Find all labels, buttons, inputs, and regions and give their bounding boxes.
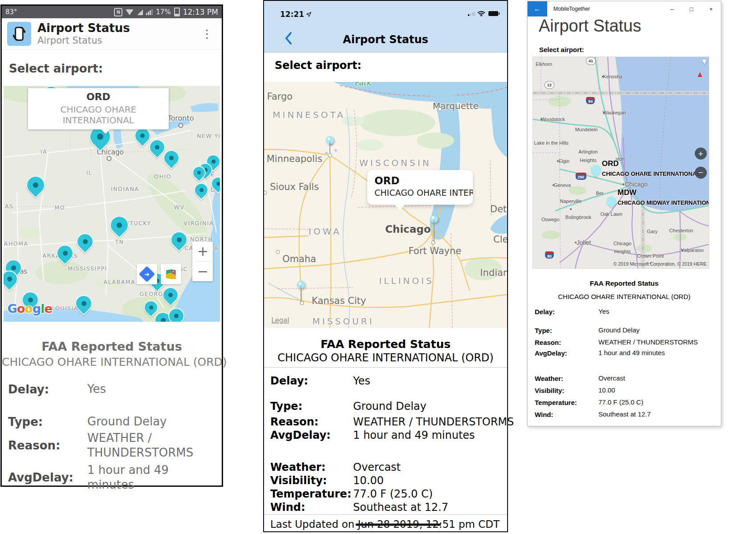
- airport-pin[interactable]: [171, 231, 187, 248]
- status-row-value: Ground Delay: [353, 400, 427, 413]
- airport-pin[interactable]: [163, 287, 179, 303]
- pin-stick: [434, 220, 435, 242]
- map-label: Waukegan: [603, 110, 626, 115]
- zoom-in-button[interactable]: +: [192, 242, 213, 261]
- map-label: Chicago: [625, 181, 647, 188]
- airport-pin[interactable]: [57, 245, 73, 262]
- divider: [264, 514, 507, 515]
- bing-map[interactable]: ElkhornKenoshaWaukeganWoodstockMundelein…: [532, 57, 709, 269]
- wifi-icon: [126, 9, 134, 15]
- map-label: Valparaiso: [681, 247, 703, 253]
- status-row: Delay: Yes: [8, 382, 218, 396]
- legal-link[interactable]: Legal: [271, 316, 289, 324]
- compass-icon[interactable]: [698, 65, 702, 73]
- map-label: MO: [55, 204, 65, 210]
- airport-pin[interactable]: [26, 176, 45, 194]
- map-label: IL: [86, 170, 93, 176]
- map-label: Chesterton: [669, 228, 693, 233]
- map-label: Arlington: [578, 149, 597, 154]
- airport-pin[interactable]: [192, 166, 206, 179]
- status-row-value: 77.0 F (25.0 C): [598, 398, 643, 407]
- status-row-value: Yes: [598, 307, 609, 316]
- google-map[interactable]: TorontoNEW YORIAMIChicagoILOHIOPEINDIANA…: [4, 86, 220, 322]
- map-label: MISSOURI: [313, 316, 374, 327]
- faa-status-title: FAA Reported Status: [2, 340, 222, 353]
- airport-pin[interactable]: [149, 139, 165, 155]
- status-row-label: Visibility:: [270, 474, 353, 487]
- map-label: Oswego: [541, 217, 559, 222]
- airport-pin[interactable]: [110, 216, 129, 235]
- airport-tooltip[interactable]: ORD CHICAGO OHARE INTERNATIONAL: [28, 88, 169, 129]
- airport-pin[interactable]: [297, 281, 305, 289]
- status-row-value: 77.0 F (25.0 C): [353, 487, 433, 501]
- status-row-label: Temperature:: [270, 488, 353, 500]
- status-row: AvgDelay: 1 hour and 49 minutes: [270, 429, 503, 442]
- close-button[interactable]: ×: [701, 1, 721, 16]
- zoom-out-button[interactable]: −: [695, 166, 707, 178]
- airport-callout[interactable]: ORD CHICAGO OHARE INTERNATIO: [367, 170, 473, 205]
- status-row: Delay: Yes: [535, 307, 716, 316]
- zoom-out-button[interactable]: −: [192, 262, 213, 281]
- airport-pin[interactable]: [194, 183, 208, 197]
- maximize-button[interactable]: □: [682, 1, 701, 16]
- map-label: INDIANA: [111, 186, 139, 192]
- map-label: Sioux Falls: [270, 182, 319, 192]
- zoom-in-button[interactable]: +: [695, 148, 707, 160]
- status-row: Wind: Southeast at 12.7: [535, 410, 716, 419]
- faa-status-rows: Delay: Yes Type: Ground Delay Reason: WE…: [535, 307, 716, 357]
- airport-pin[interactable]: [591, 165, 601, 175]
- map-label: Oak Lawn: [600, 211, 622, 217]
- status-row-label: Wind:: [270, 501, 353, 514]
- map-label: Mundelein: [575, 127, 598, 132]
- faa-status-title: FAA Reported Status: [264, 338, 507, 351]
- no-data-icon: [137, 9, 143, 15]
- back-button[interactable]: ←: [528, 1, 547, 16]
- minimize-button[interactable]: –: [662, 1, 682, 16]
- airport-pin[interactable]: [77, 233, 93, 250]
- pin-stick: [329, 142, 330, 153]
- map-label: Chicago: [614, 241, 631, 246]
- google-directions-button[interactable]: ➜: [137, 264, 157, 284]
- screenshot-canvas: 83° N 17% 12:13 PM Airport Status Airpor…: [0, 0, 756, 534]
- airport-pin[interactable]: [134, 128, 150, 144]
- map-label: ILLINOIS: [379, 275, 434, 286]
- map-label: MDW: [618, 188, 636, 197]
- status-row: AvgDelay: 1 hour and 49 minutes: [535, 348, 716, 357]
- status-row: AvgDelay: 1 hour and 49 minutes: [8, 463, 218, 492]
- apple-map[interactable]: ParkFargoMINNESOTAMarquetteMinneapolisWI…: [264, 82, 507, 328]
- location-arrow-icon: [306, 12, 312, 17]
- map-label: IOWA: [309, 226, 341, 237]
- map-label: MISSISSIPPI: [68, 265, 107, 272]
- route-shield: 41: [586, 57, 596, 65]
- airport-pin[interactable]: [430, 215, 438, 223]
- city-dot: [179, 123, 183, 128]
- status-row-value: Southeast at 12.7: [353, 501, 448, 514]
- map-label: Toronto: [168, 114, 194, 122]
- status-row: Visibility: 10.00: [270, 474, 503, 487]
- map-label: VIRGINIA: [183, 219, 214, 226]
- city-dot: [107, 156, 112, 161]
- divider: [264, 367, 507, 368]
- airport-pin[interactable]: [144, 300, 158, 315]
- city-dot: [557, 160, 559, 162]
- airport-pin[interactable]: [75, 295, 92, 312]
- overflow-menu-icon[interactable]: ⋮: [198, 27, 216, 40]
- weather-rows: Weather: Overcast Visibility: 10.00 Temp…: [535, 374, 716, 419]
- airport-pin[interactable]: [4, 271, 18, 287]
- airport-pin[interactable]: [163, 150, 179, 166]
- google-maps-button[interactable]: [161, 264, 181, 284]
- map-label: Elgin: [559, 158, 569, 164]
- airport-pin[interactable]: [168, 308, 184, 322]
- status-row-label: Delay:: [535, 308, 598, 316]
- airport-pin[interactable]: [606, 196, 616, 206]
- map-label: MINNESOTA: [272, 109, 345, 120]
- google-maps-icon: [165, 268, 177, 280]
- city-dot: [438, 107, 442, 111]
- status-row: Delay: Yes: [270, 374, 503, 388]
- map-label: AS: [5, 202, 14, 209]
- map-label: Joliet: [577, 239, 591, 246]
- airport-pin[interactable]: [326, 136, 334, 144]
- airport-pin[interactable]: [211, 177, 220, 191]
- map-label: TN: [115, 238, 124, 245]
- status-row-label: Weather:: [270, 461, 353, 473]
